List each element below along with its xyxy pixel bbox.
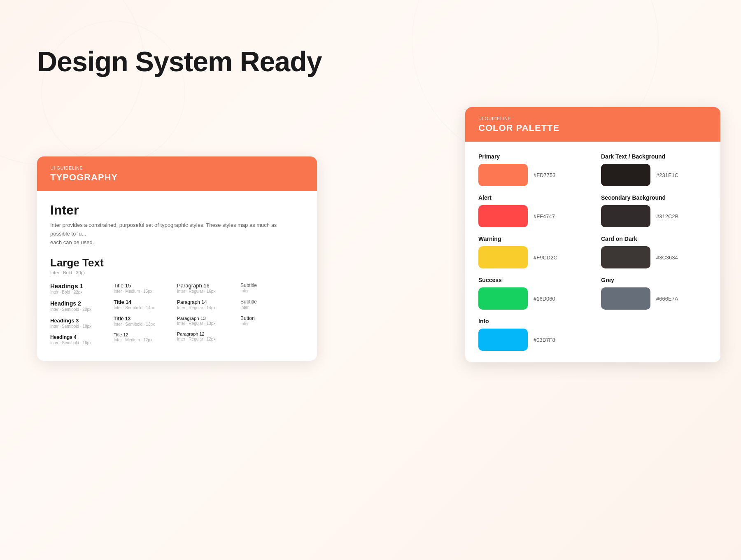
- type-name-p14: Paragraph 14: [177, 299, 234, 305]
- color-section-title-dark-text: Dark Text / Background: [601, 153, 707, 160]
- typography-guideline-label: UI Guideline: [50, 166, 304, 170]
- type-sub-t12: Inter · Medium · 12px: [114, 338, 170, 342]
- color-hex-card-on-dark: #3C3634: [656, 254, 678, 261]
- color-swatch-info: [478, 329, 528, 351]
- page-title: Design System Ready: [37, 45, 322, 77]
- type-sub-t15: Inter · Medium · 15px: [114, 289, 170, 294]
- type-item: Headings 1 Inter · Bold · 22px: [50, 282, 107, 294]
- type-item: Paragraph 13 Inter · Regular · 13px: [177, 316, 234, 326]
- type-name-t15: Title 15: [114, 282, 170, 289]
- color-row-warning: #F9CD2C: [478, 246, 585, 268]
- color-grid: Primary #FD7753 Alert #FF4747 Warning: [478, 153, 707, 351]
- color-section-info: Info #03B7F8: [478, 318, 585, 351]
- color-row-grey: #666E7A: [601, 287, 707, 310]
- color-section-secondary-bg: Secondary Background #312C2B: [601, 194, 707, 227]
- color-row-dark-text: #231E1C: [601, 164, 707, 186]
- type-item: Title 12 Inter · Medium · 12px: [114, 332, 170, 342]
- color-card-title: COLOR PALETTE: [478, 123, 707, 133]
- color-row-alert: #FF4747: [478, 205, 585, 227]
- typography-card-header: UI Guideline TYPOGRAPHY: [37, 156, 317, 191]
- type-name-p12: Paragraph 12: [177, 331, 234, 336]
- font-name: Inter: [50, 203, 304, 218]
- large-text-sub: Inter · Bold · 30px: [50, 270, 304, 275]
- type-sub-t13: Inter · Semibold · 13px: [114, 322, 170, 327]
- type-name-p13: Paragraph 13: [177, 316, 234, 321]
- color-palette-card: UI Guideline COLOR PALETTE Primary #FD77…: [465, 107, 720, 362]
- type-item: Title 15 Inter · Medium · 15px: [114, 282, 170, 294]
- color-swatch-dark-text: [601, 164, 650, 186]
- type-name-btn: Button: [240, 315, 297, 321]
- color-hex-warning: #F9CD2C: [534, 254, 557, 261]
- color-section-primary: Primary #FD7753: [478, 153, 585, 186]
- type-sub-p14: Inter · Regular · 14px: [177, 306, 234, 310]
- color-section-title-grey: Grey: [601, 277, 707, 283]
- color-section-title-card-on-dark: Card on Dark: [601, 236, 707, 242]
- color-section-dark-text: Dark Text / Background #231E1C: [601, 153, 707, 186]
- color-swatch-secondary-bg: [601, 205, 650, 227]
- color-card-body: Primary #FD7753 Alert #FF4747 Warning: [465, 142, 720, 362]
- type-name-t13: Title 13: [114, 316, 170, 322]
- bg-decoration-2: [41, 21, 185, 165]
- color-hex-alert: #FF4747: [534, 213, 555, 219]
- color-section-title-secondary-bg: Secondary Background: [601, 194, 707, 201]
- headings-col: Headings 1 Inter · Bold · 22px Headings …: [50, 282, 114, 351]
- type-grid: Headings 1 Inter · Bold · 22px Headings …: [50, 282, 304, 351]
- type-sub-t14: Inter · Semibold · 14px: [114, 306, 170, 310]
- color-hex-grey: #666E7A: [656, 296, 678, 302]
- color-section-card-on-dark: Card on Dark #3C3634: [601, 236, 707, 268]
- type-sub-h4: Inter · Semibold · 16px: [50, 341, 107, 345]
- color-section-title-warning: Warning: [478, 236, 585, 242]
- color-row-card-on-dark: #3C3634: [601, 246, 707, 268]
- type-name-p16: Paragraph 16: [177, 282, 234, 289]
- type-name-sub1: Subtitle: [240, 282, 297, 288]
- color-swatch-warning: [478, 246, 528, 268]
- color-right-col: Dark Text / Background #231E1C Secondary…: [601, 153, 707, 351]
- color-swatch-card-on-dark: [601, 246, 650, 268]
- typography-card-title: TYPOGRAPHY: [50, 172, 304, 183]
- large-text-label: Large Text: [50, 257, 304, 269]
- type-sub-sub1: Inter: [240, 289, 297, 293]
- typography-card: UI Guideline TYPOGRAPHY Inter Inter prov…: [37, 156, 317, 361]
- color-card-header: UI Guideline COLOR PALETTE: [465, 107, 720, 142]
- color-row-secondary-bg: #312C2B: [601, 205, 707, 227]
- subtitles-col: Subtitle Inter Subtitle Inter Button Int…: [240, 282, 304, 351]
- color-hex-secondary-bg: #312C2B: [656, 213, 678, 219]
- type-sub-h2: Inter · Semibold · 20px: [50, 307, 107, 312]
- type-item: Paragraph 16 Inter · Regular · 16px: [177, 282, 234, 294]
- color-swatch-grey: [601, 287, 650, 310]
- color-left-col: Primary #FD7753 Alert #FF4747 Warning: [478, 153, 585, 351]
- type-sub-p13: Inter · Regular · 13px: [177, 321, 234, 326]
- color-hex-info: #03B7F8: [534, 337, 555, 343]
- type-item: Title 13 Inter · Semibold · 13px: [114, 316, 170, 327]
- type-sub-h3: Inter · Semibold · 18px: [50, 324, 107, 329]
- color-hex-dark-text: #231E1C: [656, 172, 678, 178]
- type-item: Headings 3 Inter · Semibold · 18px: [50, 317, 107, 329]
- color-section-title-success: Success: [478, 277, 585, 283]
- color-section-success: Success #16D060: [478, 277, 585, 310]
- color-section-title-info: Info: [478, 318, 585, 324]
- type-name-h1: Headings 1: [50, 282, 107, 289]
- type-item: Subtitle Inter: [240, 282, 297, 293]
- type-name-h4: Headings 4: [50, 334, 107, 340]
- type-sub-btn: Inter: [240, 322, 297, 326]
- type-item: Paragraph 14 Inter · Regular · 14px: [177, 299, 234, 310]
- color-hex-success: #16D060: [534, 296, 555, 302]
- type-name-t12: Title 12: [114, 332, 170, 337]
- paragraphs-col: Paragraph 16 Inter · Regular · 16px Para…: [177, 282, 240, 351]
- color-swatch-alert: [478, 205, 528, 227]
- type-item: Title 14 Inter · Semibold · 14px: [114, 299, 170, 310]
- type-item: Paragraph 12 Inter · Regular · 12px: [177, 331, 234, 341]
- type-sub-sub2: Inter: [240, 305, 297, 310]
- color-swatch-primary: [478, 164, 528, 186]
- type-sub-h1: Inter · Bold · 22px: [50, 290, 107, 294]
- color-section-title-primary: Primary: [478, 153, 585, 160]
- color-swatch-success: [478, 287, 528, 310]
- type-name-sub2: Subtitle: [240, 299, 297, 305]
- color-row-success: #16D060: [478, 287, 585, 310]
- color-guideline-label: UI Guideline: [478, 116, 707, 121]
- color-section-warning: Warning #F9CD2C: [478, 236, 585, 268]
- font-description: Inter provides a constrained, purposeful…: [50, 221, 289, 247]
- type-item: Headings 2 Inter · Semibold · 20px: [50, 300, 107, 312]
- type-item: Button Inter: [240, 315, 297, 326]
- titles-col: Title 15 Inter · Medium · 15px Title 14 …: [114, 282, 177, 351]
